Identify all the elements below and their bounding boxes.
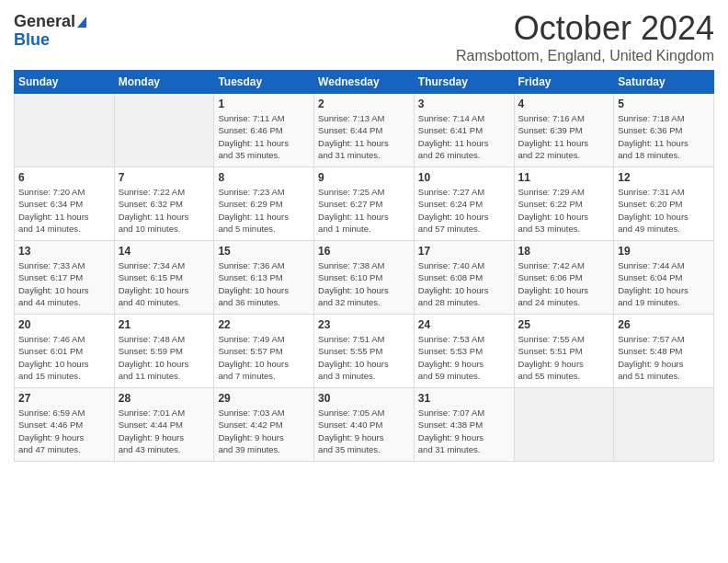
day-detail: Sunrise: 7:34 AM Sunset: 6:15 PM Dayligh… [119,259,210,308]
day-detail: Sunrise: 7:38 AM Sunset: 6:10 PM Dayligh… [318,259,410,308]
logo-text-general: General [14,13,75,31]
day-detail: Sunrise: 7:03 AM Sunset: 4:42 PM Dayligh… [218,407,310,455]
header-sunday: Sunday [15,71,115,94]
table-row: 3Sunrise: 7:14 AM Sunset: 6:41 PM Daylig… [414,94,514,167]
calendar-header-row: Sunday Monday Tuesday Wednesday Thursday… [15,71,714,94]
day-number: 9 [318,171,410,184]
table-row: 8Sunrise: 7:23 AM Sunset: 6:29 PM Daylig… [214,167,314,241]
day-detail: Sunrise: 7:49 AM Sunset: 5:57 PM Dayligh… [218,333,310,382]
header-tuesday: Tuesday [214,71,314,94]
day-number: 17 [418,245,510,258]
table-row: 23Sunrise: 7:51 AM Sunset: 5:55 PM Dayli… [314,315,415,388]
day-number: 1 [218,98,310,110]
day-number: 19 [618,245,710,258]
day-detail: Sunrise: 7:25 AM Sunset: 6:27 PM Dayligh… [318,186,410,235]
logo: General Blue [14,9,86,50]
day-detail: Sunrise: 7:22 AM Sunset: 6:32 PM Dayligh… [119,186,210,235]
day-number: 23 [318,318,410,331]
header: General Blue October 2024 Ramsbottom, En… [14,9,714,64]
table-row: 20Sunrise: 7:46 AM Sunset: 6:01 PM Dayli… [15,315,115,388]
day-detail: Sunrise: 7:11 AM Sunset: 6:46 PM Dayligh… [218,112,310,161]
table-row: 7Sunrise: 7:22 AM Sunset: 6:32 PM Daylig… [114,167,214,241]
table-row: 26Sunrise: 7:57 AM Sunset: 5:48 PM Dayli… [614,315,714,388]
day-detail: Sunrise: 7:44 AM Sunset: 6:04 PM Dayligh… [618,259,710,308]
day-number: 27 [18,392,110,405]
day-detail: Sunrise: 7:07 AM Sunset: 4:38 PM Dayligh… [418,407,510,455]
day-number: 20 [18,318,110,331]
calendar-week-row: 20Sunrise: 7:46 AM Sunset: 6:01 PM Dayli… [15,315,714,388]
day-number: 10 [418,171,510,184]
day-detail: Sunrise: 7:55 AM Sunset: 5:51 PM Dayligh… [518,333,610,382]
day-number: 15 [218,245,310,258]
table-row: 31Sunrise: 7:07 AM Sunset: 4:38 PM Dayli… [414,388,514,462]
day-number: 18 [518,245,610,258]
table-row [114,94,214,167]
table-row: 14Sunrise: 7:34 AM Sunset: 6:15 PM Dayli… [114,241,214,315]
table-row [15,94,115,167]
header-wednesday: Wednesday [314,71,415,94]
table-row: 5Sunrise: 7:18 AM Sunset: 6:36 PM Daylig… [614,94,714,167]
day-detail: Sunrise: 7:36 AM Sunset: 6:13 PM Dayligh… [218,259,310,308]
day-number: 16 [318,245,410,258]
day-detail: Sunrise: 7:33 AM Sunset: 6:17 PM Dayligh… [18,259,110,308]
table-row: 10Sunrise: 7:27 AM Sunset: 6:24 PM Dayli… [414,167,514,241]
table-row: 1Sunrise: 7:11 AM Sunset: 6:46 PM Daylig… [214,94,314,167]
table-row: 24Sunrise: 7:53 AM Sunset: 5:53 PM Dayli… [414,315,514,388]
table-row: 6Sunrise: 7:20 AM Sunset: 6:34 PM Daylig… [15,167,115,241]
table-row: 29Sunrise: 7:03 AM Sunset: 4:42 PM Dayli… [214,388,314,462]
header-friday: Friday [514,71,614,94]
logo-arrow-icon [77,17,86,28]
table-row: 17Sunrise: 7:40 AM Sunset: 6:08 PM Dayli… [414,241,514,315]
day-detail: Sunrise: 7:31 AM Sunset: 6:20 PM Dayligh… [618,186,710,235]
day-detail: Sunrise: 7:46 AM Sunset: 6:01 PM Dayligh… [18,333,110,382]
day-detail: Sunrise: 7:01 AM Sunset: 4:44 PM Dayligh… [119,407,210,455]
table-row: 28Sunrise: 7:01 AM Sunset: 4:44 PM Dayli… [114,388,214,462]
day-number: 5 [618,98,710,110]
day-detail: Sunrise: 7:57 AM Sunset: 5:48 PM Dayligh… [618,333,710,382]
day-detail: Sunrise: 7:13 AM Sunset: 6:44 PM Dayligh… [318,112,410,161]
day-number: 11 [518,171,610,184]
day-detail: Sunrise: 7:51 AM Sunset: 5:55 PM Dayligh… [318,333,410,382]
day-number: 4 [518,98,610,110]
table-row: 16Sunrise: 7:38 AM Sunset: 6:10 PM Dayli… [314,241,415,315]
table-row: 13Sunrise: 7:33 AM Sunset: 6:17 PM Dayli… [15,241,115,315]
header-thursday: Thursday [414,71,514,94]
day-number: 30 [318,392,410,405]
day-detail: Sunrise: 7:16 AM Sunset: 6:39 PM Dayligh… [518,112,610,161]
day-number: 12 [618,171,710,184]
logo-text-blue: Blue [14,31,50,50]
day-number: 8 [218,171,310,184]
calendar-week-row: 6Sunrise: 7:20 AM Sunset: 6:34 PM Daylig… [15,167,714,241]
day-number: 2 [318,98,410,110]
table-row: 30Sunrise: 7:05 AM Sunset: 4:40 PM Dayli… [314,388,415,462]
table-row: 19Sunrise: 7:44 AM Sunset: 6:04 PM Dayli… [614,241,714,315]
table-row: 4Sunrise: 7:16 AM Sunset: 6:39 PM Daylig… [514,94,614,167]
day-detail: Sunrise: 7:14 AM Sunset: 6:41 PM Dayligh… [418,112,510,161]
table-row [514,388,614,462]
day-detail: Sunrise: 7:53 AM Sunset: 5:53 PM Dayligh… [418,333,510,382]
header-saturday: Saturday [614,71,714,94]
table-row [614,388,714,462]
day-detail: Sunrise: 7:23 AM Sunset: 6:29 PM Dayligh… [218,186,310,235]
calendar-table: Sunday Monday Tuesday Wednesday Thursday… [14,70,714,462]
day-number: 31 [418,392,510,405]
day-number: 24 [418,318,510,331]
day-detail: Sunrise: 6:59 AM Sunset: 4:46 PM Dayligh… [18,407,110,455]
calendar-week-row: 1Sunrise: 7:11 AM Sunset: 6:46 PM Daylig… [15,94,714,167]
day-detail: Sunrise: 7:20 AM Sunset: 6:34 PM Dayligh… [18,186,110,235]
table-row: 11Sunrise: 7:29 AM Sunset: 6:22 PM Dayli… [514,167,614,241]
day-number: 25 [518,318,610,331]
day-detail: Sunrise: 7:27 AM Sunset: 6:24 PM Dayligh… [418,186,510,235]
day-number: 14 [119,245,210,258]
table-row: 9Sunrise: 7:25 AM Sunset: 6:27 PM Daylig… [314,167,415,241]
day-detail: Sunrise: 7:42 AM Sunset: 6:06 PM Dayligh… [518,259,610,308]
day-number: 22 [218,318,310,331]
day-detail: Sunrise: 7:40 AM Sunset: 6:08 PM Dayligh… [418,259,510,308]
calendar-week-row: 13Sunrise: 7:33 AM Sunset: 6:17 PM Dayli… [15,241,714,315]
table-row: 27Sunrise: 6:59 AM Sunset: 4:46 PM Dayli… [15,388,115,462]
day-number: 3 [418,98,510,110]
day-number: 7 [119,171,210,184]
header-monday: Monday [114,71,214,94]
day-number: 13 [18,245,110,258]
day-detail: Sunrise: 7:18 AM Sunset: 6:36 PM Dayligh… [618,112,710,161]
